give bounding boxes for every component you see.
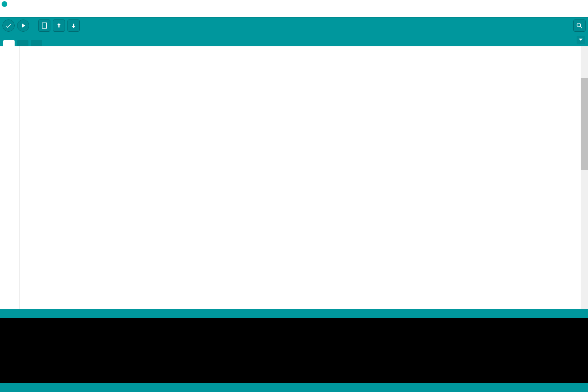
menu-sketch[interactable]	[11, 12, 15, 13]
upload-button[interactable]	[17, 19, 29, 32]
menu-help[interactable]	[21, 12, 24, 13]
arduino-logo-icon	[2, 1, 7, 7]
footer-bar	[0, 383, 588, 392]
save-button[interactable]	[67, 19, 80, 32]
vertical-scrollbar[interactable]	[581, 46, 588, 309]
check-icon	[5, 22, 12, 29]
line-number-gutter	[0, 46, 20, 309]
svg-rect-0	[42, 23, 47, 28]
status-bar	[0, 309, 588, 318]
code-editor[interactable]	[0, 46, 588, 309]
new-button[interactable]	[38, 19, 50, 32]
tab-sparkfun-h[interactable]	[31, 40, 42, 46]
arrow-down-icon	[70, 22, 77, 29]
console-output[interactable]	[0, 318, 588, 383]
serial-monitor-button[interactable]	[573, 19, 586, 32]
tab-menu-button[interactable]	[577, 36, 585, 44]
code-area[interactable]	[20, 46, 581, 309]
menu-bar	[0, 8, 588, 17]
file-icon	[41, 22, 48, 29]
svg-point-1	[577, 23, 581, 27]
search-icon	[576, 22, 583, 29]
menu-edit[interactable]	[7, 12, 10, 13]
title-bar	[0, 0, 588, 8]
open-button[interactable]	[53, 19, 65, 32]
arrow-right-icon	[20, 22, 27, 29]
tab-main-sketch[interactable]	[3, 40, 15, 46]
tab-bar	[0, 33, 588, 46]
menu-file[interactable]	[2, 12, 5, 13]
scrollbar-thumb[interactable]	[581, 78, 588, 170]
menu-tools[interactable]	[16, 12, 20, 13]
tab-sparkfun-cpp[interactable]	[17, 40, 28, 46]
chevron-down-icon	[579, 38, 583, 42]
svg-line-2	[580, 26, 582, 28]
toolbar	[0, 17, 588, 33]
verify-button[interactable]	[2, 19, 15, 32]
arrow-up-icon	[55, 22, 63, 29]
